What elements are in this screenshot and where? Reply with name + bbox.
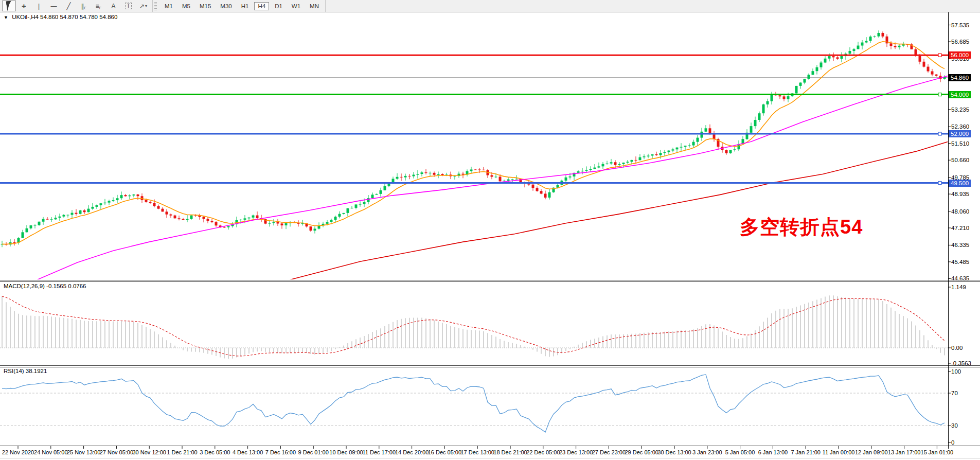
price-axis-label: 46.335 — [951, 242, 969, 248]
price-axis-label: 57.535 — [951, 22, 969, 28]
date-axis-label: 25 Nov 13:00 — [67, 449, 100, 455]
date-axis-label: 30 Nov 12:00 — [132, 449, 166, 455]
date-axis-label: 17 Dec 13:00 — [460, 449, 494, 455]
rsi-axis-label: 0 — [951, 439, 954, 446]
price-axis-label: 51.510 — [951, 140, 969, 147]
price-axis-label: 48.060 — [951, 208, 969, 215]
rsi-name: RSI(14) — [4, 368, 24, 374]
price-axis-label: 53.235 — [951, 107, 969, 113]
price-level-badge: 52.000 — [949, 130, 971, 137]
date-axis-label: 7 Jan 21:00 — [791, 449, 821, 455]
rsi-axis-label: 100 — [951, 368, 961, 375]
date-axis-label: 14 Dec 20:00 — [395, 449, 429, 455]
date-axis-label: 27 Dec 23:00 — [592, 449, 626, 455]
date-axis-label: 13 Jan 17:00 — [888, 449, 921, 455]
macd-axis-label: 1.149 — [951, 284, 966, 290]
date-axis-label: 11 Jan 00:00 — [823, 449, 855, 455]
chevron-down-icon[interactable]: ▼ — [4, 15, 8, 20]
date-axis-label: 12 Jan 09:00 — [855, 449, 888, 455]
price-level-badge: 56.000 — [949, 51, 971, 59]
symbol-name: UKOil-,H4 — [12, 14, 39, 20]
date-axis-label: 6 Jan 13:00 — [758, 449, 788, 455]
date-axis-label: 18 Dec 21:00 — [493, 449, 527, 455]
macd-name: MACD(12,26,9) — [4, 283, 45, 289]
price-axis-label: 44.635 — [951, 275, 969, 281]
date-axis-label: 29 Dec 05:00 — [625, 449, 658, 455]
price-axis-label: 52.360 — [951, 123, 969, 130]
date-axis-label: 11 Dec 17:00 — [362, 449, 396, 455]
price-level-badge: 49.500 — [949, 180, 971, 187]
price-axis-label: 56.685 — [951, 39, 969, 45]
date-axis-label: 3 Jan 23:00 — [692, 449, 722, 455]
date-axis-label: 16 Dec 05:00 — [428, 449, 461, 455]
date-axis-label: 24 Nov 05:00 — [34, 449, 67, 455]
date-axis-label: 23 Dec 13:00 — [559, 449, 593, 455]
macd-values: -0.1565 0.0766 — [46, 283, 86, 289]
date-axis-label: 22 Nov 2020 — [2, 449, 34, 455]
chart-text-annotation: 多空转折点54 — [740, 214, 863, 240]
date-axis-label: 27 Nov 05:00 — [100, 449, 133, 455]
date-axis-label: 15 Jan 01:00 — [921, 449, 954, 455]
rsi-axis-label: 30 — [951, 422, 958, 429]
date-axis-label: 30 Dec 13:00 — [657, 449, 691, 455]
date-axis-label: 10 Dec 09:00 — [329, 449, 363, 455]
price-axis-label: 50.660 — [951, 157, 969, 163]
macd-axis-label: 0.00 — [951, 345, 963, 351]
date-axis-label: 9 Dec 01:00 — [298, 449, 329, 455]
current-price-badge: 54.860 — [949, 74, 971, 81]
rsi-indicator-label: RSI(14) 38.1921 — [4, 368, 47, 374]
macd-indicator-label: MACD(12,26,9) -0.1565 0.0766 — [4, 283, 86, 289]
macd-axis-label: -0.3563 — [951, 360, 971, 366]
trading-app-window: { "ui": { "toolbar": { "tools": [ {"name… — [0, 0, 980, 460]
price-axis-label: 47.210 — [951, 225, 969, 231]
date-axis-label: 1 Dec 21:00 — [167, 449, 197, 455]
date-axis-label: 7 Dec 16:00 — [265, 449, 296, 455]
date-axis-label: 22 Dec 05:00 — [526, 449, 560, 455]
date-axis-label: 3 Dec 05:00 — [200, 449, 230, 455]
chart-symbol-title: ▼ UKOil-,H4 54.860 54.870 54.780 54.860 — [4, 14, 117, 20]
rsi-value: 38.1921 — [26, 368, 47, 374]
price-level-badge: 54.000 — [949, 91, 971, 98]
price-axis-label: 48.935 — [951, 191, 969, 197]
rsi-axis-label: 70 — [951, 390, 958, 396]
date-axis-label: 4 Dec 13:00 — [233, 449, 263, 455]
symbol-quotes: 54.860 54.870 54.780 54.860 — [40, 14, 117, 20]
price-axis-label: 45.485 — [951, 259, 969, 265]
date-axis-label: 5 Jan 05:00 — [725, 449, 755, 455]
